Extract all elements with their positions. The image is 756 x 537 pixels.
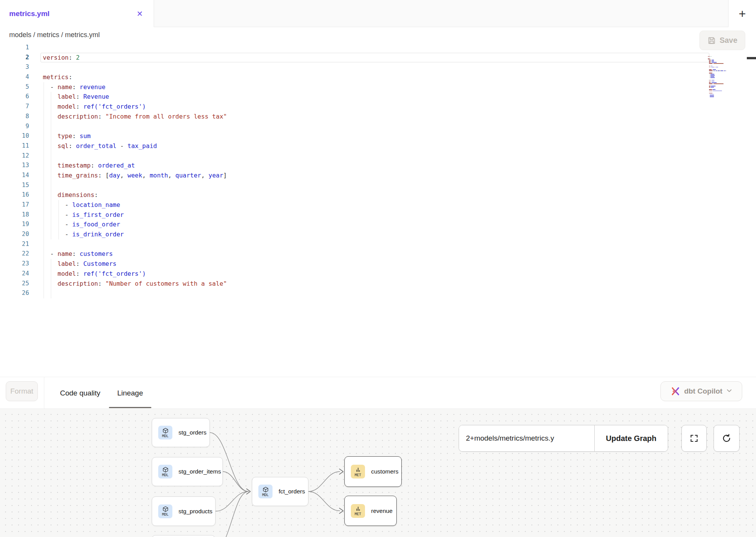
code-line[interactable]: 8 description: "Income from all orders l… [0, 112, 756, 122]
mdl-badge: MDL [158, 504, 172, 518]
code-line-text: description: "Number of customers with a… [29, 279, 227, 289]
code-line[interactable]: 23 label: Customers [0, 259, 756, 269]
minimap[interactable] [708, 55, 746, 97]
code-line[interactable]: 5 - name: revenue [0, 82, 756, 92]
line-number: 13 [0, 161, 29, 171]
indent-guide [44, 288, 44, 298]
line-number: 26 [0, 288, 29, 298]
met-badge: MET [351, 504, 365, 518]
code-lines: 12version: 234metrics:5 - name: revenue6… [0, 43, 756, 298]
tab-metrics-yml[interactable]: metrics.yml ✕ [0, 0, 154, 27]
lineage-filter-input[interactable] [459, 425, 594, 451]
code-line[interactable]: 10 type: sum [0, 131, 756, 141]
lineage-canvas[interactable]: MDLstg_ordersMDLstg_order_itemsMDLstg_pr… [0, 409, 756, 537]
code-line[interactable]: 25 description: "Number of customers wit… [0, 279, 756, 289]
line-number: 11 [0, 141, 29, 151]
code-line-text: - name: customers [29, 249, 113, 259]
node-label: revenue [371, 508, 393, 514]
mdl-badge: MDL [158, 465, 172, 478]
code-line[interactable]: 6 label: Revenue [0, 92, 756, 102]
code-line[interactable]: 24 model: ref('fct_orders') [0, 269, 756, 279]
cube-icon [162, 428, 169, 434]
lineage-filter-group: Update Graph [459, 425, 668, 452]
save-icon [707, 36, 716, 45]
graph-node-fct_orders[interactable]: MDLfct_orders [252, 477, 308, 506]
tab-code-quality[interactable]: Code quality [52, 377, 109, 409]
code-editor[interactable]: 12version: 234metrics:5 - name: revenue6… [0, 43, 756, 377]
code-line-text: - location_name [29, 200, 120, 210]
dbt-copilot-button[interactable]: dbt Copilot [660, 381, 742, 401]
graph-node-stg_orders[interactable]: MDLstg_orders [152, 418, 210, 447]
breadcrumb: models / metrics / metrics.yml [9, 31, 100, 39]
cube-icon [263, 487, 269, 493]
chevron-down-icon [726, 387, 732, 395]
graph-node-stg_products[interactable]: MDLstg_products [152, 496, 216, 526]
code-line[interactable]: 11 sql: order_total - tax_paid [0, 141, 756, 151]
indent-guide [44, 122, 44, 132]
node-label: stg_products [178, 508, 213, 515]
close-icon[interactable]: ✕ [135, 8, 144, 19]
fullscreen-button[interactable] [681, 425, 707, 452]
code-line[interactable]: 4metrics: [0, 72, 756, 82]
code-line[interactable]: 19 - is_food_order [0, 220, 756, 229]
code-line-text: timestamp: ordered_at [29, 161, 135, 171]
line-number: 9 [0, 122, 29, 132]
code-line-text: version: 2 [29, 53, 79, 63]
code-line[interactable]: 15 [0, 181, 756, 190]
graph-node-stg_order_items[interactable]: MDLstg_order_items [152, 457, 223, 486]
code-line[interactable]: 1 [0, 43, 756, 53]
code-line[interactable]: 2version: 2 [0, 53, 756, 63]
code-line[interactable]: 9 [0, 122, 756, 132]
code-line[interactable]: 16 dimensions: [0, 190, 756, 200]
tab-code-quality-label: Code quality [60, 389, 101, 397]
line-number: 7 [0, 102, 29, 112]
code-line-text: label: Customers [29, 259, 117, 269]
indent-guide [44, 239, 44, 249]
format-button[interactable]: Format [6, 381, 38, 401]
code-line-text: - is_first_order [29, 210, 124, 220]
plus-icon: + [739, 8, 746, 20]
code-line-text [29, 239, 43, 249]
cube-icon [162, 467, 169, 473]
line-number: 12 [0, 151, 29, 161]
toolbar-divider [44, 377, 44, 409]
code-line[interactable]: 14 time_grains: [day, week, month, quart… [0, 171, 756, 181]
code-line[interactable]: 17 - location_name [0, 200, 756, 210]
refresh-button[interactable] [714, 425, 740, 452]
bottom-toolbar: Format Code quality Lineage dbt Copilot [0, 377, 756, 409]
node-label: fct_orders [279, 488, 305, 495]
tab-bar: metrics.yml ✕ + [0, 0, 756, 27]
cube-icon [162, 506, 169, 512]
code-line[interactable]: 3 [0, 62, 756, 72]
breadcrumb-row: models / metrics / metrics.yml [0, 27, 756, 43]
code-line-text [29, 181, 43, 190]
update-graph-button[interactable]: Update Graph [594, 425, 668, 451]
code-line[interactable]: 18 - is_first_order [0, 210, 756, 220]
bar-chart-icon [355, 506, 361, 512]
new-tab-button[interactable]: + [728, 0, 756, 27]
code-line-text: model: ref('fct_orders') [29, 102, 146, 112]
code-line-text: type: sum [29, 131, 91, 141]
code-line-text [29, 43, 43, 53]
code-line[interactable]: 22 - name: customers [0, 249, 756, 259]
code-line[interactable]: 26 [0, 288, 756, 298]
node-label: stg_order_items [178, 468, 221, 475]
code-line-text: - is_drink_order [29, 229, 124, 239]
code-line[interactable]: 12 [0, 151, 756, 161]
current-line-highlight [41, 53, 709, 63]
code-line[interactable]: 21 [0, 239, 756, 249]
graph-node-customers[interactable]: METcustomers [344, 456, 402, 487]
line-number: 17 [0, 200, 29, 210]
code-line[interactable]: 13 timestamp: ordered_at [0, 161, 756, 171]
save-button[interactable]: Save [699, 31, 745, 50]
graph-node-partial_node[interactable]: MDL [152, 535, 215, 537]
tab-lineage[interactable]: Lineage [109, 377, 152, 409]
code-line[interactable]: 20 - is_drink_order [0, 229, 756, 239]
graph-node-revenue[interactable]: METrevenue [344, 496, 397, 526]
copilot-sparkle-icon [670, 386, 680, 396]
line-number: 19 [0, 220, 29, 229]
indent-guide [51, 151, 51, 161]
code-line-text: dimensions: [29, 190, 98, 200]
code-line[interactable]: 7 model: ref('fct_orders') [0, 102, 756, 112]
line-number: 15 [0, 181, 29, 190]
